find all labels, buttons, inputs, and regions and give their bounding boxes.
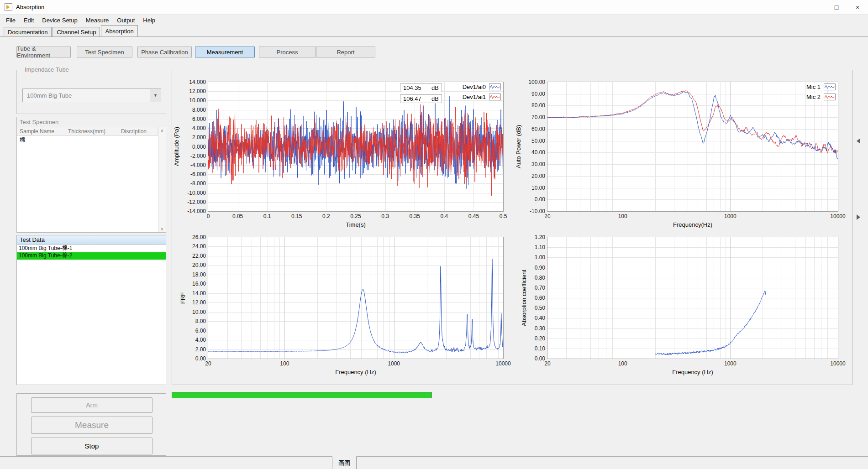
main-tab-absorption[interactable]: Absorption (101, 25, 137, 36)
y-tick-label: -4.000 (190, 162, 206, 168)
y-tick-label: 0.00 (535, 196, 545, 203)
y-tick-label: 8.00 (195, 318, 206, 324)
scroll-down-icon[interactable]: ∨ (158, 227, 166, 231)
auto-power-plot-area[interactable] (547, 82, 838, 211)
y-tick-label: 26.00 (192, 234, 206, 240)
y-tick-label: 8.000 (192, 107, 206, 113)
scroll-up-icon[interactable]: ∧ (158, 128, 166, 133)
menu-edit[interactable]: Edit (20, 16, 38, 25)
x-tick-label: 20 (544, 360, 550, 367)
power-x-axis-ticks: 20100100010000 (547, 213, 838, 219)
column-header-discription[interactable]: Discription (118, 127, 158, 135)
main-tab-channel-setup[interactable]: Channel Setup (53, 27, 100, 36)
test-data-section: Test Data 100mm Big Tube-棉-1100mm Big Tu… (16, 235, 166, 385)
readout-unit: dB (431, 84, 439, 91)
test-specimen-section: Test Specimen Sample NameThickness(mm)Di… (16, 117, 166, 233)
x-tick-label: 0 (207, 213, 210, 219)
y-tick-label: -14.000 (187, 208, 206, 214)
specimen-cell (65, 136, 118, 144)
y-tick-label: 40.00 (531, 149, 545, 156)
splitter-arrow-left-icon[interactable] (857, 138, 860, 144)
y-tick-label: 0.70 (535, 285, 545, 291)
close-button[interactable]: × (847, 0, 868, 15)
subtab-test-specimen[interactable]: Test Specimen (77, 47, 132, 57)
x-tick-label: 0.3 (381, 213, 389, 219)
y-tick-label: 70.00 (531, 114, 545, 120)
y-tick-label: 0.00 (535, 355, 545, 362)
y-tick-label: -12.000 (187, 199, 206, 205)
minimize-button[interactable]: – (805, 0, 826, 15)
subtab-phase-calibration[interactable]: Phase Calibration (137, 47, 192, 57)
splitter-arrow-right-icon[interactable] (857, 214, 860, 220)
time-waveform-chart: Amplitude (Pa) 14.00012.00010.0008.0006.… (208, 82, 504, 212)
impedance-tube-select[interactable]: 100mm Big Tube ▼ (22, 89, 161, 102)
arm-button[interactable]: Arm (31, 397, 153, 413)
impedance-tube-value: 100mm Big Tube (23, 92, 150, 99)
stop-button[interactable]: Stop (31, 438, 153, 454)
readout-unit: dB (431, 95, 439, 102)
y-tick-label: 50.00 (531, 138, 545, 144)
time-x-axis-ticks: 00.050.10.150.20.250.30.350.40.450.5 (208, 213, 503, 219)
time-plot-legend: Dev1/ai0Dev1/ai1 (462, 83, 501, 100)
y-tick-label: 10.000 (189, 97, 206, 104)
column-header-sample-name[interactable]: Sample Name (17, 127, 65, 135)
x-tick-label: 0.4 (440, 213, 448, 219)
y-tick-label: 1.20 (535, 234, 545, 240)
subtab-tube-environment[interactable]: Tube & Environment (16, 47, 71, 57)
y-tick-label: -10.000 (187, 190, 206, 196)
menu-output[interactable]: Output (113, 16, 139, 25)
maximize-button[interactable]: □ (826, 0, 847, 15)
time-plot-area[interactable] (208, 82, 503, 211)
measure-button[interactable]: Measure (31, 417, 153, 434)
y-tick-label: 60.00 (531, 126, 545, 132)
subtab-report[interactable]: Report (316, 47, 375, 57)
main-tab-documentation[interactable]: Documentation (4, 27, 52, 36)
test-data-item[interactable]: 100mm Big Tube-棉-2 (17, 252, 166, 260)
menu-file[interactable]: File (2, 16, 20, 25)
absorption-coefficient-chart: Absorption coefficient 1.201.101.000.900… (547, 237, 838, 359)
y-tick-label: 10.00 (531, 185, 545, 191)
legend-item[interactable]: Mic 2 (806, 94, 836, 100)
legend-waveform-icon (824, 83, 836, 90)
subtab-measurement[interactable]: Measurement (195, 47, 255, 57)
legend-item[interactable]: Mic 1 (806, 83, 836, 90)
column-header-thickness-mm[interactable]: Thickness(mm) (65, 127, 118, 135)
x-tick-label: 100 (618, 360, 627, 367)
window-controls: – □ × (805, 0, 868, 15)
x-tick-label: 0.25 (350, 213, 361, 219)
frf-plot-area[interactable] (208, 237, 503, 359)
level-readout: 106.47dB (400, 94, 442, 103)
x-tick-label: 1000 (724, 213, 736, 219)
menu-help[interactable]: Help (139, 16, 159, 25)
y-tick-label: 10.00 (192, 309, 206, 315)
bottom-tab-draw[interactable]: 画图 (332, 456, 357, 469)
absorption-x-axis-label: Frequency (Hz) (547, 369, 838, 375)
specimen-cell (118, 136, 158, 144)
menu-measure[interactable]: Measure (82, 16, 113, 25)
specimen-row[interactable]: 棉 (17, 136, 158, 144)
x-tick-label: 0.15 (291, 213, 302, 219)
legend-waveform-icon (824, 94, 836, 100)
absorption-plot-area[interactable] (547, 237, 838, 359)
test-specimen-table[interactable]: 棉 (17, 136, 158, 232)
y-tick-label: 4.000 (192, 125, 206, 131)
test-specimen-scrollbar[interactable]: ∧ ∨ (158, 127, 166, 232)
x-tick-label: 0.05 (232, 213, 243, 219)
level-readouts: 104.35dB106.47dB (400, 83, 442, 103)
subtab-process[interactable]: Process (259, 47, 316, 57)
test-data-list[interactable]: 100mm Big Tube-棉-1100mm Big Tube-棉-2 (16, 245, 166, 385)
y-tick-label: 1.00 (535, 254, 545, 261)
legend-item[interactable]: Dev1/ai0 (462, 83, 501, 90)
menu-device-setup[interactable]: Device Setup (38, 16, 81, 25)
x-tick-label: 1000 (724, 360, 736, 367)
legend-item[interactable]: Dev1/ai1 (462, 94, 501, 100)
x-tick-label: 0.5 (500, 213, 507, 219)
chevron-down-icon[interactable]: ▼ (150, 89, 161, 102)
test-specimen-header: Test Specimen (17, 117, 166, 127)
y-tick-label: 2.000 (192, 134, 206, 141)
test-data-item[interactable]: 100mm Big Tube-棉-1 (17, 245, 166, 252)
impedance-tube-group: Impendace Tube 100mm Big Tube ▼ (16, 70, 166, 114)
x-tick-label: 20 (205, 360, 211, 367)
time-x-axis-label: Time(s) (208, 221, 503, 228)
y-tick-label: 12.000 (189, 88, 206, 94)
